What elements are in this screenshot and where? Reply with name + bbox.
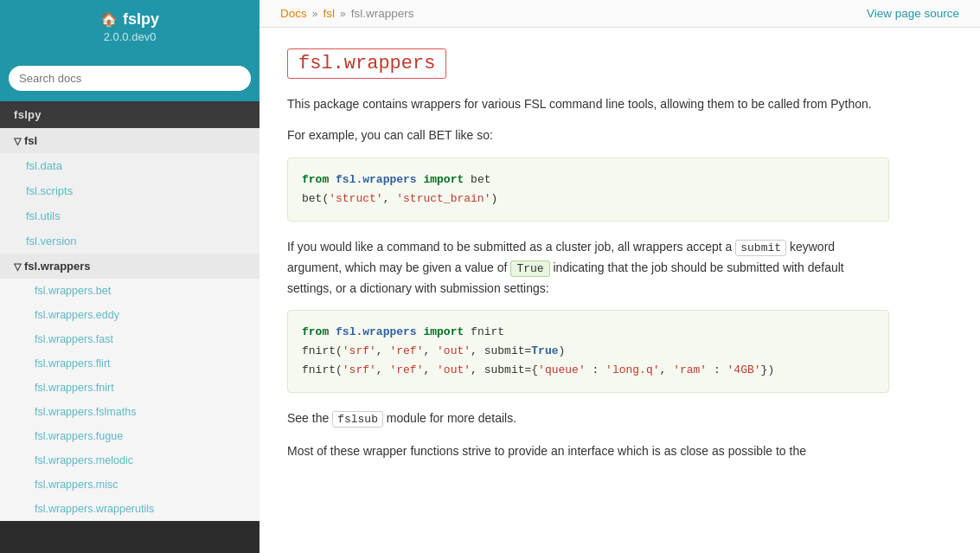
submit-inline-code: submit xyxy=(735,240,786,256)
sidebar-item-fsl-wrappers-fslmaths[interactable]: fsl.wrappers.fslmaths xyxy=(0,400,259,424)
code-block-1: from fsl.wrappers import bet bet('struct… xyxy=(287,158,889,222)
content-area: fsl.wrappers This package contains wrapp… xyxy=(259,28,917,493)
code1-line1: from fsl.wrappers import bet xyxy=(302,170,874,190)
sidebar-item-fsl-wrappers-wrapperutils[interactable]: fsl.wrappers.wrapperutils xyxy=(0,497,259,521)
intro-paragraph: This package contains wrappers for vario… xyxy=(287,94,889,113)
sidebar-item-fsl-wrappers-eddy[interactable]: fsl.wrappers.eddy xyxy=(0,303,259,327)
sidebar-nav: fslpy ▽fsl fsl.data fsl.scripts fsl.util… xyxy=(0,101,259,553)
breadcrumb: Docs » fsl » fsl.wrappers xyxy=(280,7,413,20)
main-content: Docs » fsl » fsl.wrappers View page sour… xyxy=(259,0,980,553)
home-icon: 🏠 xyxy=(100,11,118,28)
breadcrumb-bar: Docs » fsl » fsl.wrappers View page sour… xyxy=(259,0,980,28)
sidebar-item-fsl-wrappers-misc[interactable]: fsl.wrappers.misc xyxy=(0,473,259,497)
breadcrumb-sep1: » xyxy=(312,8,318,20)
sidebar-item-fsl-wrappers-melodic[interactable]: fsl.wrappers.melodic xyxy=(0,448,259,473)
fslsub-desc-after: module for more details. xyxy=(387,411,516,425)
sidebar-item-fsl-wrappers-fugue[interactable]: fsl.wrappers.fugue xyxy=(0,424,259,448)
sidebar-item-fsl-wrappers-flirt[interactable]: fsl.wrappers.flirt xyxy=(0,351,259,376)
fslsub-inline-code: fslsub xyxy=(332,411,383,428)
example-intro: For example, you can call BET like so: xyxy=(287,125,889,145)
code2-line2: fnirt('srf', 'ref', 'out', submit=True) xyxy=(302,342,874,361)
code1-line2: bet('struct', 'struct_brain') xyxy=(302,190,874,209)
sidebar-item-fsl-wrappers-fast[interactable]: fsl.wrappers.fast xyxy=(0,327,259,351)
sidebar-item-fsl-wrappers[interactable]: ▽fsl.wrappers xyxy=(0,254,259,279)
code2-line1: from fsl.wrappers import fnirt xyxy=(302,323,874,342)
breadcrumb-sep2: » xyxy=(340,8,346,20)
true-inline-code: True xyxy=(510,260,549,277)
code2-line3: fnirt('srf', 'ref', 'out', submit={'queu… xyxy=(302,361,874,380)
code-block-2: from fsl.wrappers import fnirt fnirt('sr… xyxy=(287,310,889,393)
fslsub-desc-before: See the xyxy=(287,411,329,425)
breadcrumb-fsl-link[interactable]: fsl xyxy=(323,7,335,20)
view-page-source-link[interactable]: View page source xyxy=(867,7,959,20)
search-container xyxy=(0,59,259,101)
sidebar-item-fsl[interactable]: ▽fsl xyxy=(0,128,259,153)
sidebar-section-fslpy: fslpy xyxy=(0,101,259,128)
sidebar-item-fsl-wrappers-fnirt[interactable]: fsl.wrappers.fnirt xyxy=(0,376,259,400)
sidebar-logo-row: 🏠 fslpy xyxy=(14,10,246,29)
search-input[interactable] xyxy=(9,66,251,91)
submit-desc-before: If you would like a command to be submit… xyxy=(287,240,732,254)
sidebar-title: fslpy xyxy=(123,10,159,29)
sidebar-header: 🏠 fslpy 2.0.0.dev0 xyxy=(0,0,259,59)
sidebar: 🏠 fslpy 2.0.0.dev0 fslpy ▽fsl fsl.data f… xyxy=(0,0,259,553)
breadcrumb-docs-link[interactable]: Docs xyxy=(280,7,307,20)
submit-paragraph: If you would like a command to be submit… xyxy=(287,237,889,298)
sidebar-version: 2.0.0.dev0 xyxy=(14,30,246,43)
sidebar-item-fsl-utils[interactable]: fsl.utils xyxy=(0,203,259,228)
sidebar-item-fsl-wrappers-bet[interactable]: fsl.wrappers.bet xyxy=(0,279,259,303)
breadcrumb-current: fsl.wrappers xyxy=(351,7,414,20)
sidebar-item-fsl-data[interactable]: fsl.data xyxy=(0,153,259,178)
sidebar-item-fsl-scripts[interactable]: fsl.scripts xyxy=(0,178,259,203)
most-paragraph: Most of these wrapper functions strive t… xyxy=(287,441,889,460)
fslsub-paragraph: See the fslsub module for more details. xyxy=(287,408,889,429)
page-title-text: fsl.wrappers xyxy=(287,48,446,79)
sidebar-item-fsl-version[interactable]: fsl.version xyxy=(0,228,259,254)
page-title: fsl.wrappers xyxy=(287,48,889,94)
